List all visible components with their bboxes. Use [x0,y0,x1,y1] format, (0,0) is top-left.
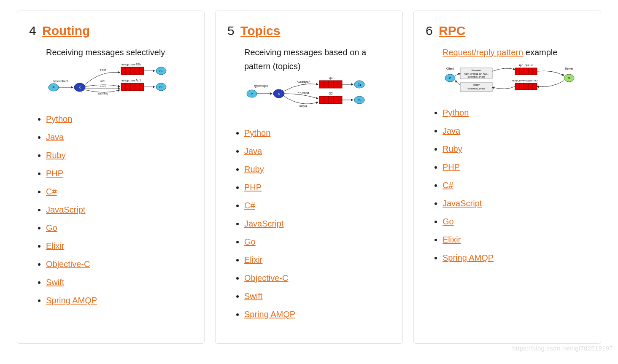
lang-link[interactable]: Spring AMQP [244,310,295,319]
svg-text:P: P [52,86,54,89]
list-item: Python [46,110,192,128]
card-title-link[interactable]: Topics [240,24,280,38]
lang-link[interactable]: PHP [46,169,63,178]
card-number: 5 [227,24,235,38]
svg-text:C₂: C₂ [358,99,361,102]
list-item: C# [443,176,589,194]
list-item: Python [244,124,391,142]
card-title: 5 Topics [227,24,391,38]
list-item: JavaScript [443,194,589,213]
card-title-link[interactable]: Routing [42,24,90,38]
svg-text:amqp.gen-Ag1...: amqp.gen-Ag1... [121,79,143,82]
desc-link[interactable]: Request/reply pattern [443,48,523,57]
lang-link[interactable]: Python [443,108,469,117]
list-item: Ruby [443,140,589,158]
svg-line-62 [455,73,460,75]
svg-rect-64 [515,68,537,75]
rpc-diagram: Client C Request reply_to=amqp.gen-Xa2..… [443,62,589,98]
lang-link[interactable]: Spring AMQP [443,253,494,262]
list-item: JavaScript [244,215,391,233]
list-item: PHP [46,164,192,183]
svg-text:type=direct: type=direct [54,80,68,83]
lang-link[interactable]: C# [443,181,453,190]
lang-link[interactable]: Go [443,217,454,226]
svg-text:lazy.#: lazy.# [300,105,307,108]
lang-link[interactable]: Python [46,114,72,124]
svg-text:C: C [449,77,451,80]
svg-text:correlation_id=abc: correlation_id=abc [468,75,485,78]
card-description: Receiving messages based on a pattern (t… [244,46,391,73]
lang-link[interactable]: Swift [244,291,262,301]
svg-text:X: X [278,92,280,95]
list-item: Java [46,128,192,146]
svg-text:error: error [100,85,106,88]
lang-link[interactable]: Java [443,126,460,135]
svg-text:S: S [568,77,570,80]
lang-link[interactable]: Elixir [46,241,64,251]
lang-link[interactable]: Java [244,146,262,156]
svg-text:Server: Server [565,67,574,70]
topics-diagram: P X type=topic *.orange.* *.*.rabbit laz… [244,76,391,118]
list-item: PHP [244,178,391,197]
card-topics: 5 Topics Receiving messages based on a p… [215,11,403,344]
lang-link[interactable]: C# [46,187,57,196]
lang-link[interactable]: Objective-C [244,273,288,283]
svg-rect-20 [121,83,144,91]
list-item: Python [443,104,589,122]
lang-link[interactable]: JavaScript [46,205,85,214]
svg-line-75 [455,81,460,85]
lang-link[interactable]: PHP [443,162,460,172]
svg-text:correlation_id=abc: correlation_id=abc [468,87,485,90]
list-item: Spring AMQP [443,249,589,267]
lang-link[interactable]: Elixir [244,255,262,264]
card-title-link[interactable]: RPC [439,24,465,38]
svg-text:Q2: Q2 [329,92,332,95]
card-rpc: 6 RPC Request/reply pattern example Clie… [413,11,601,344]
card-title: 6 RPC [426,24,589,38]
svg-text:amqp.gen-S9b...: amqp.gen-S9b... [121,63,143,66]
card-routing: 4 Routing Receiving messages selectively… [17,11,205,344]
list-item: Java [244,142,391,160]
list-item: JavaScript [46,201,192,219]
lang-link[interactable]: Ruby [443,144,462,154]
card-number: 6 [426,24,433,38]
list-item: Ruby [46,146,192,164]
lang-link[interactable]: Python [244,128,270,138]
list-item: Go [244,233,391,251]
svg-rect-77 [515,83,537,90]
list-item: Spring AMQP [46,291,192,310]
svg-text:*.orange.*: *.orange.* [297,80,310,84]
lang-link[interactable]: C# [244,201,255,210]
list-item: C# [46,183,192,201]
lang-list: Python Java Ruby PHP C# JavaScript Go El… [433,104,589,267]
lang-link[interactable]: Java [46,132,64,142]
svg-text:info: info [100,80,105,83]
svg-text:Reply: Reply [473,84,479,86]
list-item: Go [443,213,589,231]
card-title: 4 Routing [29,24,192,38]
list-item: Java [443,122,589,140]
lang-link[interactable]: JavaScript [443,199,482,208]
lang-link[interactable]: JavaScript [244,219,283,228]
lang-link[interactable]: PHP [244,183,262,192]
list-item: C# [244,197,391,215]
lang-list: Python Java Ruby PHP C# JavaScript Go El… [235,124,391,324]
list-item: Swift [46,273,192,291]
lang-link[interactable]: Ruby [244,164,264,174]
routing-diagram: P X type=direct error info error warning… [46,62,192,104]
list-item: Go [46,219,192,237]
lang-link[interactable]: Go [46,223,57,232]
desc-after: example [523,48,557,57]
lang-link[interactable]: Swift [46,278,64,287]
svg-text:Q1: Q1 [329,76,332,80]
svg-text:C₁: C₁ [159,70,163,73]
list-item: Elixir [443,231,589,249]
svg-text:warning: warning [97,92,108,95]
lang-link[interactable]: Ruby [46,151,66,160]
lang-link[interactable]: Objective-C [46,259,90,269]
lang-link[interactable]: Go [244,237,256,246]
lang-link[interactable]: Elixir [443,235,461,244]
lang-link[interactable]: Spring AMQP [46,296,97,305]
svg-rect-11 [121,67,144,75]
svg-rect-47 [319,96,342,104]
